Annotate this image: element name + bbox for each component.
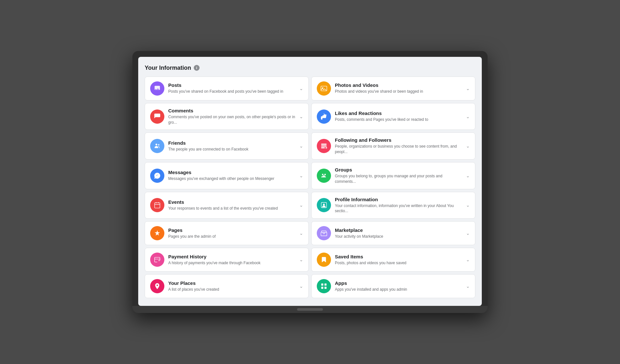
groups-icon [317,169,331,183]
following-followers-desc: People, organizations or business you ch… [335,144,462,155]
friends-chevron: ⌄ [299,143,303,149]
marketplace-chevron: ⌄ [466,231,470,236]
groups-chevron: ⌄ [466,173,470,178]
events-title: Events [168,199,295,205]
marketplace-title: Marketplace [335,227,462,233]
saved-items-desc: Posts, photos and videos you have saved [335,260,462,266]
svg-rect-12 [155,203,160,208]
likes-reactions-text: Likes and ReactionsPosts, comments and P… [335,110,462,122]
svg-rect-18 [321,232,327,236]
card-comments[interactable]: CommentsComments you've posted on your o… [145,103,309,130]
payment-history-desc: A history of payments you've made throug… [168,260,295,266]
messages-chevron: ⌄ [299,173,303,178]
card-events[interactable]: EventsYour responses to events and a lis… [145,192,309,219]
pages-text: PagesPages you are the admin of [168,227,295,239]
card-your-places[interactable]: Your PlacesA list of places you've creat… [145,274,309,298]
photos-videos-chevron: ⌄ [466,86,470,91]
laptop-frame: Your Information i PostsPosts you've sha… [132,51,488,313]
following-followers-chevron: ⌄ [466,143,470,149]
card-apps[interactable]: AppsApps you've installed and apps you a… [311,274,475,298]
apps-chevron: ⌄ [466,284,470,289]
payment-history-title: Payment History [168,254,295,259]
messages-text: MessagesMessages you've exchanged with o… [168,170,295,182]
pages-icon [150,226,164,240]
card-following-followers[interactable]: Following and FollowersPeople, organizat… [311,132,475,160]
svg-point-10 [324,174,326,175]
pages-desc: Pages you are the admin of [168,234,295,239]
profile-information-title: Profile Information [335,197,462,202]
info-icon[interactable]: i [194,65,200,71]
friends-title: Friends [168,140,295,146]
card-friends[interactable]: FriendsThe people you are connected to o… [145,132,309,160]
profile-information-text: Profile InformationYour contact informat… [335,197,462,214]
card-marketplace[interactable]: MarketplaceYour activity on Marketplace⌄ [311,221,475,245]
svg-rect-21 [325,284,326,286]
likes-reactions-desc: Posts, comments and Pages you've liked o… [335,117,462,122]
following-followers-text: Following and FollowersPeople, organizat… [335,137,462,155]
laptop-screen: Your Information i PostsPosts you've sha… [138,57,482,306]
apps-title: Apps [335,280,462,286]
messages-desc: Messages you've exchanged with other peo… [168,176,295,182]
profile-information-icon [317,198,331,212]
info-grid: PostsPosts you've shared on Facebook and… [145,77,475,298]
svg-rect-7 [321,147,325,149]
card-pages[interactable]: PagesPages you are the admin of⌄ [145,221,309,245]
comments-icon [150,109,164,124]
card-photos-videos[interactable]: Photos and VideosPhotos and videos you'v… [311,77,475,100]
your-places-icon [150,279,164,293]
card-saved-items[interactable]: Saved ItemsPosts, photos and videos you … [311,248,475,272]
likes-reactions-title: Likes and Reactions [335,110,462,116]
saved-items-chevron: ⌄ [466,257,470,262]
friends-icon [150,139,164,153]
posts-chevron: ⌄ [299,86,303,91]
pages-chevron: ⌄ [299,231,303,236]
comments-text: CommentsComments you've posted on your o… [168,108,295,125]
svg-point-8 [326,147,327,149]
payment-history-text: Payment HistoryA history of payments you… [168,254,295,266]
svg-point-3 [156,144,158,146]
svg-point-9 [322,174,324,175]
saved-items-text: Saved ItemsPosts, photos and videos you … [335,254,462,266]
profile-information-chevron: ⌄ [466,203,470,208]
following-followers-icon [317,139,331,153]
groups-desc: Groups you belong to, groups you manage … [335,173,462,184]
friends-desc: The people you are connected to on Faceb… [168,147,295,152]
card-messages[interactable]: MessagesMessages you've exchanged with o… [145,162,309,189]
apps-icon [317,279,331,293]
profile-information-desc: Your contact information, information yo… [335,203,462,214]
posts-icon [150,81,164,96]
svg-point-17 [323,204,325,206]
posts-title: Posts [168,82,295,88]
messages-icon [150,169,164,183]
comments-title: Comments [168,108,295,113]
likes-reactions-chevron: ⌄ [466,114,470,119]
photos-videos-title: Photos and Videos [335,82,462,88]
svg-rect-22 [321,287,323,289]
events-desc: Your responses to events and a list of t… [168,206,295,211]
marketplace-icon [317,226,331,240]
apps-text: AppsApps you've installed and apps you a… [335,280,462,292]
laptop-notch [297,308,323,311]
events-chevron: ⌄ [299,203,303,208]
saved-items-title: Saved Items [335,254,462,259]
svg-rect-5 [321,144,327,145]
marketplace-desc: Your activity on Marketplace [335,234,462,239]
posts-text: PostsPosts you've shared on Facebook and… [168,82,295,94]
card-likes-reactions[interactable]: Likes and ReactionsPosts, comments and P… [311,103,475,130]
your-places-text: Your PlacesA list of places you've creat… [168,280,295,292]
payment-history-chevron: ⌄ [299,257,303,262]
svg-rect-6 [321,145,327,147]
page-title: Your Information [145,65,191,71]
following-followers-title: Following and Followers [335,137,462,143]
card-payment-history[interactable]: Payment HistoryA history of payments you… [145,248,309,272]
card-groups[interactable]: GroupsGroups you belong to, groups you m… [311,162,475,189]
comments-chevron: ⌄ [299,114,303,119]
page-header: Your Information i [145,65,475,71]
card-profile-information[interactable]: Profile InformationYour contact informat… [311,192,475,219]
card-posts[interactable]: PostsPosts you've shared on Facebook and… [145,77,309,100]
svg-point-4 [158,144,160,146]
your-places-title: Your Places [168,280,295,286]
groups-title: Groups [335,167,462,172]
page-content: Your Information i PostsPosts you've sha… [138,57,482,306]
events-icon [150,198,164,212]
